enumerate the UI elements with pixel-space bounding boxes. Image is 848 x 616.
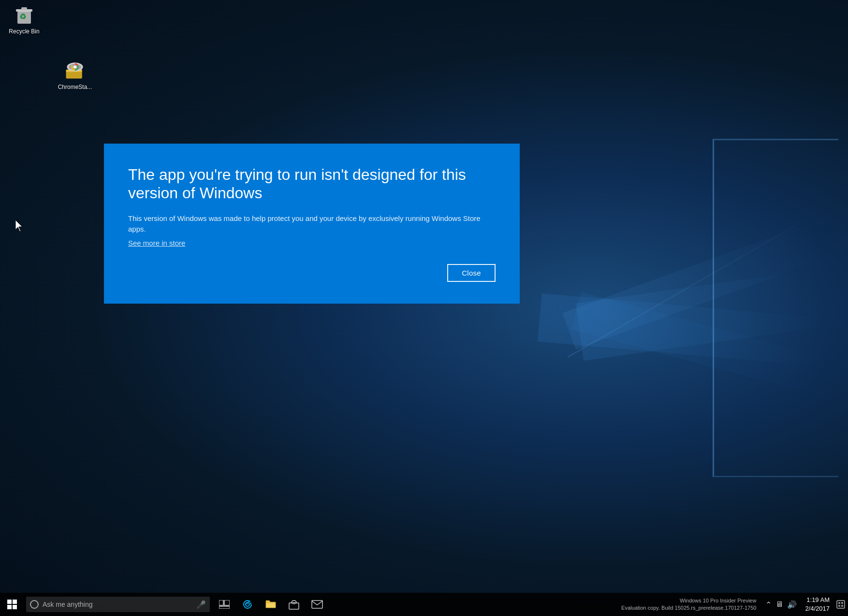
volume-icon[interactable]: 🔊 [786,600,798,609]
chrome-setup-image [63,58,87,81]
svg-rect-18 [266,603,276,608]
mail-button[interactable] [306,593,329,616]
mouse-cursor [15,220,24,232]
search-bar[interactable]: Ask me anything 🎤 [26,597,210,612]
svg-rect-16 [224,600,230,605]
store-link[interactable]: See more in store [128,239,496,247]
svg-rect-11 [7,600,12,604]
windows-logo-icon [7,600,17,609]
network-icon[interactable]: 🖥 [774,600,785,609]
clock-date: 2/4/2017 [805,604,830,613]
file-explorer-button[interactable] [259,593,282,616]
chrome-setup-label: ChromeSta... [57,83,94,92]
svg-rect-24 [841,602,843,604]
eval-copy-info: Windows 10 Pro Insider Preview Evaluatio… [621,597,756,612]
recycle-bin-icon[interactable]: ♻ Recycle Bin [2,2,46,36]
system-tray: ⌃ 🖥 🔊 [761,600,801,609]
taskbar: Ask me anything 🎤 [0,593,848,616]
svg-rect-25 [838,605,840,607]
recycle-bin-label: Recycle Bin [7,28,41,36]
dialog-actions: Close [128,264,496,282]
svg-rect-23 [838,602,840,604]
svg-rect-21 [312,601,322,608]
dialog-body: This version of Windows was made to help… [128,213,496,235]
desktop: ♻ Recycle Bin [0,0,848,616]
svg-rect-15 [219,600,223,605]
svg-rect-26 [841,605,843,607]
tray-up-arrow[interactable]: ⌃ [764,600,773,609]
background-decoration [510,90,848,526]
clock-time: 1:19 AM [806,596,830,604]
svg-rect-22 [837,601,845,608]
taskbar-app-icons [213,593,329,616]
clock[interactable]: 1:19 AM 2/4/2017 [801,596,833,613]
store-button[interactable] [282,593,306,616]
svg-rect-13 [7,605,12,609]
eval-line1: Windows 10 Pro Insider Preview [621,597,756,604]
svg-rect-17 [219,606,230,609]
edge-browser-button[interactable] [236,593,259,616]
microphone-icon[interactable]: 🎤 [196,600,206,609]
svg-rect-14 [13,605,17,609]
app-warning-dialog: The app you're trying to run isn't desig… [104,144,520,304]
notification-button[interactable] [833,593,848,616]
svg-marker-10 [15,220,22,232]
svg-point-9 [73,66,76,69]
search-placeholder: Ask me anything [43,601,196,608]
recycle-bin-image: ♻ [13,2,36,26]
search-icon [30,600,39,609]
dialog-title: The app you're trying to run isn't desig… [128,165,496,203]
close-button[interactable]: Close [447,264,496,282]
svg-rect-12 [13,600,17,604]
svg-rect-2 [21,7,27,10]
taskbar-right-area: Windows 10 Pro Insider Preview Evaluatio… [621,593,848,616]
svg-text:♻: ♻ [19,13,26,21]
start-button[interactable] [0,593,24,616]
eval-line2: Evaluation copy. Build 15025.rs_prerelea… [621,604,756,612]
task-view-button[interactable] [213,593,236,616]
chrome-setup-icon[interactable]: ChromeSta... [53,58,97,92]
